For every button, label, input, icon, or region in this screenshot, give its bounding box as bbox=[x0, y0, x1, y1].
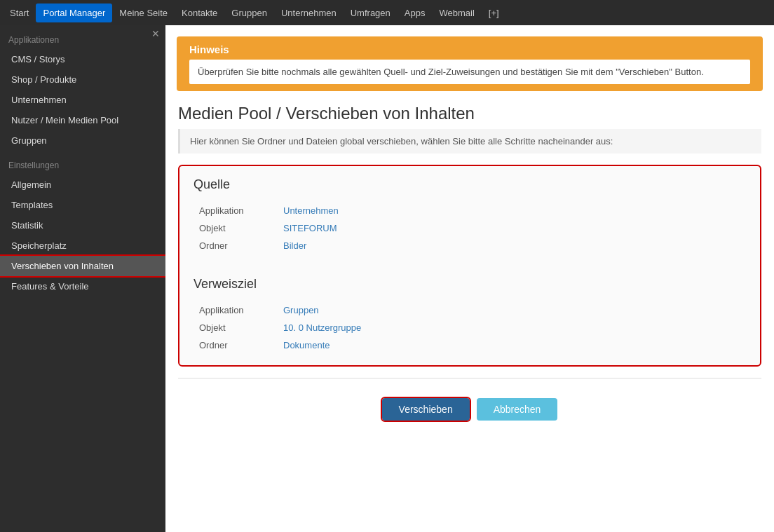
page-title: Medien Pool / Verschieben von Inhalten bbox=[165, 91, 774, 129]
topnav-item-gruppen[interactable]: Gruppen bbox=[224, 4, 274, 22]
hinweis-banner: Hinweis Überprüfen Sie bitte nochmals al… bbox=[177, 36, 763, 91]
sidebar-item-statistik[interactable]: Statistik bbox=[0, 215, 165, 236]
sidebar-item-unternehmen[interactable]: Unternehmen bbox=[0, 90, 165, 110]
hinweis-body: Überprüfen Sie bitte nochmals alle gewäh… bbox=[189, 60, 750, 84]
row-label: Ordner bbox=[194, 336, 278, 354]
row-value: Bilder bbox=[278, 237, 746, 254]
sidebar: ✕ ApplikationenCMS / StorysShop / Produk… bbox=[0, 25, 165, 532]
table-row: ApplikationGruppen bbox=[194, 301, 746, 319]
quelle-table: ApplikationUnternehmenObjektSITEFORUMOrd… bbox=[194, 202, 746, 254]
table-row: OrdnerDokumente bbox=[194, 336, 746, 354]
abbrechen-button[interactable]: Abbrechen bbox=[477, 398, 558, 421]
quelle-title: Quelle bbox=[194, 177, 746, 192]
info-box: Quelle ApplikationUnternehmenObjektSITEF… bbox=[178, 165, 761, 367]
row-value: Unternehmen bbox=[278, 202, 746, 219]
row-label: Applikation bbox=[194, 202, 278, 219]
table-row: OrdnerBilder bbox=[194, 237, 746, 254]
row-label: Applikation bbox=[194, 301, 278, 319]
sidebar-item-allgemein[interactable]: Allgemein bbox=[0, 175, 165, 195]
topnav-item-kontakte[interactable]: Kontakte bbox=[175, 4, 224, 22]
sidebar-item-nutzer-mein-medien-pool[interactable]: Nutzer / Mein Medien Pool bbox=[0, 110, 165, 130]
sidebar-item-features-vorteile[interactable]: Features & Vorteile bbox=[0, 276, 165, 296]
table-row: Objekt10. 0 Nutzergruppe bbox=[194, 319, 746, 336]
topnav-item-webmail[interactable]: Webmail bbox=[432, 4, 481, 22]
sidebar-section-applikationen: Applikationen bbox=[0, 25, 165, 49]
row-label: Objekt bbox=[194, 319, 278, 336]
sidebar-item-shop-produkte[interactable]: Shop / Produkte bbox=[0, 69, 165, 90]
verweisziel-table: ApplikationGruppenObjekt10. 0 Nutzergrup… bbox=[194, 301, 746, 354]
sidebar-item-templates[interactable]: Templates bbox=[0, 195, 165, 215]
verschieben-button[interactable]: Verschieben bbox=[382, 398, 470, 421]
topnav-item-meine-seite[interactable]: Meine Seite bbox=[112, 4, 175, 22]
top-navigation: StartPortal ManagerMeine SeiteKontakteGr… bbox=[0, 0, 774, 25]
row-value: Dokumente bbox=[278, 336, 746, 354]
row-value: SITEFORUM bbox=[278, 219, 746, 237]
sidebar-item-verschieben-von-inhalten[interactable]: Verschieben von Inhalten bbox=[0, 256, 165, 276]
sidebar-item-speicherplatz[interactable]: Speicherplatz bbox=[0, 236, 165, 256]
hinweis-title: Hinweis bbox=[189, 43, 750, 55]
row-label: Ordner bbox=[194, 237, 278, 254]
row-value: 10. 0 Nutzergruppe bbox=[278, 319, 746, 336]
topnav-item-[interactable]: [+] bbox=[482, 4, 506, 22]
verweisziel-title: Verweisziel bbox=[194, 277, 746, 292]
row-value: Gruppen bbox=[278, 301, 746, 319]
row-label: Objekt bbox=[194, 219, 278, 237]
topnav-item-start[interactable]: Start bbox=[3, 4, 36, 22]
description-box: Hier können Sie Ordner und Dateien globa… bbox=[178, 129, 761, 154]
button-area: Verschieben Abbrechen bbox=[165, 384, 774, 432]
main-content: Hinweis Überprüfen Sie bitte nochmals al… bbox=[165, 25, 774, 532]
table-row: ObjektSITEFORUM bbox=[194, 219, 746, 237]
topnav-item-apps[interactable]: Apps bbox=[398, 4, 433, 22]
sidebar-section-einstellungen: Einstellungen bbox=[0, 151, 165, 175]
topnav-item-portal-manager[interactable]: Portal Manager bbox=[36, 4, 112, 22]
table-row: ApplikationUnternehmen bbox=[194, 202, 746, 219]
sidebar-item-cms-storys[interactable]: CMS / Storys bbox=[0, 49, 165, 69]
topnav-item-unternehmen[interactable]: Unternehmen bbox=[274, 4, 344, 22]
sidebar-item-gruppen[interactable]: Gruppen bbox=[0, 130, 165, 151]
topnav-item-umfragen[interactable]: Umfragen bbox=[344, 4, 398, 22]
sidebar-close-icon[interactable]: ✕ bbox=[151, 28, 160, 39]
